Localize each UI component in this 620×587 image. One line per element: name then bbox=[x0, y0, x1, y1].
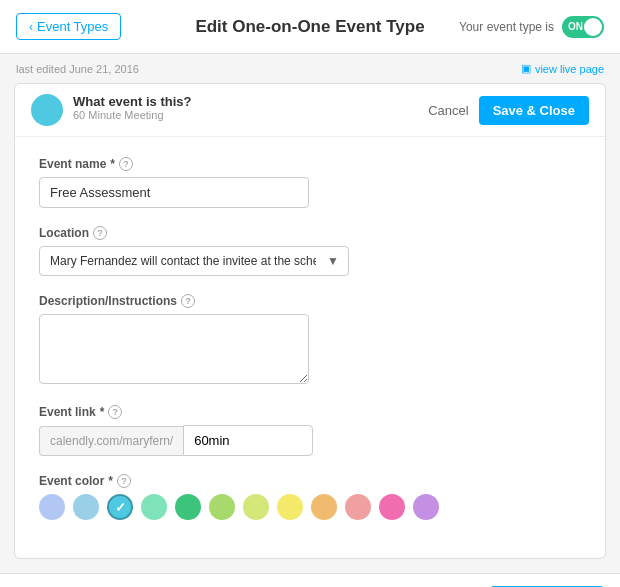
top-bar: ‹ Event Types Edit One-on-One Event Type… bbox=[0, 0, 620, 54]
event-name-input[interactable] bbox=[39, 177, 309, 208]
link-prefix: calendly.com/maryfern/ bbox=[39, 426, 183, 456]
card-header-actions: Cancel Save & Close bbox=[428, 96, 589, 125]
location-select-wrapper: Mary Fernandez will contact the invitee … bbox=[39, 246, 349, 276]
color-swatch-mint[interactable] bbox=[141, 494, 167, 520]
view-live-text: view live page bbox=[535, 63, 604, 75]
toggle-area: Your event type is ON bbox=[459, 16, 604, 38]
location-label: Location ? bbox=[39, 226, 581, 240]
card-subtitle: 60 Minute Meeting bbox=[73, 109, 191, 121]
description-help-icon[interactable]: ? bbox=[181, 294, 195, 308]
meta-bar: last edited June 21, 2016 ▣ view live pa… bbox=[0, 54, 620, 83]
color-swatch-yellow-green[interactable] bbox=[243, 494, 269, 520]
card-body: Event name* ? Location ? Mary Fernandez … bbox=[15, 137, 605, 558]
card-header-info: What event is this? 60 Minute Meeting bbox=[73, 94, 191, 121]
card-title: What event is this? bbox=[73, 94, 191, 109]
chevron-left-icon: ‹ bbox=[29, 20, 33, 34]
location-select[interactable]: Mary Fernandez will contact the invitee … bbox=[39, 246, 349, 276]
location-help-icon[interactable]: ? bbox=[93, 226, 107, 240]
toggle-on-label: ON bbox=[568, 21, 583, 32]
header-save-close-button[interactable]: Save & Close bbox=[479, 96, 589, 125]
color-swatch-pink[interactable] bbox=[379, 494, 405, 520]
check-icon: ✓ bbox=[115, 500, 126, 515]
color-swatch-lime[interactable] bbox=[209, 494, 235, 520]
main-card: What event is this? 60 Minute Meeting Ca… bbox=[14, 83, 606, 559]
event-link-group-inputs: calendly.com/maryfern/ bbox=[39, 425, 581, 456]
external-link-icon: ▣ bbox=[521, 62, 531, 75]
color-swatch-sky-blue[interactable] bbox=[73, 494, 99, 520]
event-name-help-icon[interactable]: ? bbox=[119, 157, 133, 171]
page-title: Edit One-on-One Event Type bbox=[195, 17, 424, 37]
color-swatch-teal[interactable]: ✓ bbox=[107, 494, 133, 520]
view-live-link[interactable]: ▣ view live page bbox=[521, 62, 604, 75]
location-group: Location ? Mary Fernandez will contact t… bbox=[39, 226, 581, 276]
event-link-group: Event link* ? calendly.com/maryfern/ bbox=[39, 405, 581, 456]
toggle-circle bbox=[584, 18, 602, 36]
event-link-input[interactable] bbox=[183, 425, 313, 456]
event-color-label: Event color* ? bbox=[39, 474, 581, 488]
event-name-group: Event name* ? bbox=[39, 157, 581, 208]
last-edited-label: last edited June 21, 2016 bbox=[16, 63, 139, 75]
back-label: Event Types bbox=[37, 19, 108, 34]
page-footer: Cancel Save & Close bbox=[0, 573, 620, 587]
color-swatch-lavender-blue[interactable] bbox=[39, 494, 65, 520]
event-color-help-icon[interactable]: ? bbox=[117, 474, 131, 488]
color-swatch-yellow[interactable] bbox=[277, 494, 303, 520]
color-swatches: ✓ bbox=[39, 494, 581, 520]
description-group: Description/Instructions ? bbox=[39, 294, 581, 387]
color-swatch-green[interactable] bbox=[175, 494, 201, 520]
event-type-toggle[interactable]: ON bbox=[562, 16, 604, 38]
color-swatch-peach[interactable] bbox=[311, 494, 337, 520]
event-name-label: Event name* ? bbox=[39, 157, 581, 171]
avatar bbox=[31, 94, 63, 126]
color-swatch-salmon[interactable] bbox=[345, 494, 371, 520]
card-header: What event is this? 60 Minute Meeting Ca… bbox=[15, 84, 605, 137]
event-link-label: Event link* ? bbox=[39, 405, 581, 419]
card-header-left: What event is this? 60 Minute Meeting bbox=[31, 94, 191, 126]
color-swatch-purple[interactable] bbox=[413, 494, 439, 520]
back-button[interactable]: ‹ Event Types bbox=[16, 13, 121, 40]
event-link-help-icon[interactable]: ? bbox=[108, 405, 122, 419]
description-textarea[interactable] bbox=[39, 314, 309, 384]
header-cancel-button[interactable]: Cancel bbox=[428, 103, 468, 118]
event-color-group: Event color* ? ✓ bbox=[39, 474, 581, 520]
description-label: Description/Instructions ? bbox=[39, 294, 581, 308]
toggle-description: Your event type is bbox=[459, 20, 554, 34]
